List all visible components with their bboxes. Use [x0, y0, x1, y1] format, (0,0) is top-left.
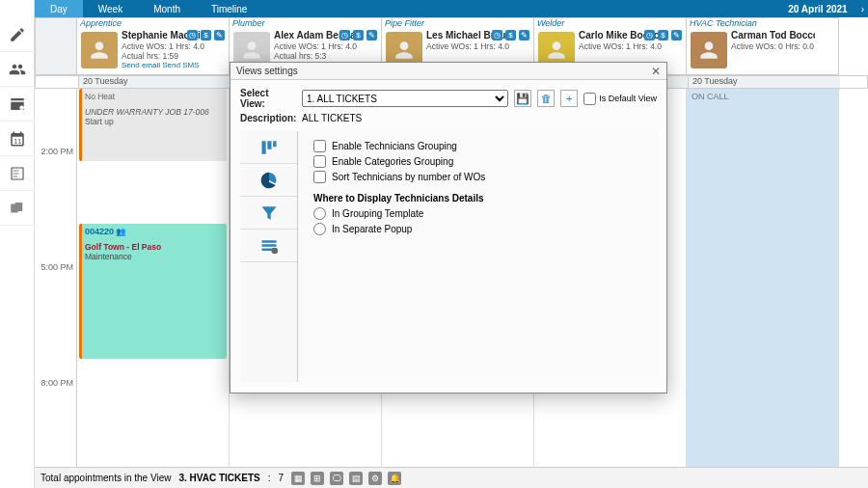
technician-role: Welder — [537, 18, 564, 28]
appointment-issue: No Heat — [85, 92, 224, 101]
rail-cards-icon[interactable] — [0, 191, 35, 226]
tab-filter-icon[interactable] — [240, 197, 297, 230]
date-next-icon[interactable]: › — [857, 4, 868, 14]
technician-stats: Active WOs: 1 Hrs: 4.0 — [426, 41, 509, 51]
display-section-header: Where to Display Technicians Details — [313, 193, 641, 203]
tab-week[interactable]: Week — [83, 0, 138, 17]
avatar — [81, 32, 118, 68]
time-label: 2:00 PM — [35, 147, 77, 156]
select-view-label: Select View: — [240, 88, 296, 109]
svg-point-1 — [271, 247, 278, 254]
footer-tool-icon[interactable]: ▤ — [349, 472, 363, 485]
on-call-label: ON CALL — [689, 89, 732, 104]
status-bar: Total appointments in the View 3. HVAC T… — [35, 467, 868, 488]
tab-columns-icon[interactable] — [240, 131, 297, 164]
opt-label: Enable Categories Grouping — [332, 156, 453, 167]
appointment-number: 004220 — [85, 227, 114, 236]
technician-card[interactable]: HVAC Technician Carman Tod Boccolini Act… — [687, 17, 839, 75]
add-view-icon[interactable]: + — [560, 90, 578, 107]
close-icon[interactable]: ✕ — [651, 65, 661, 78]
tab-timeline[interactable]: Timeline — [196, 0, 262, 17]
footer-tool-icon[interactable]: ⊞ — [311, 472, 324, 485]
rail-people-icon[interactable] — [0, 52, 35, 87]
delete-view-icon[interactable]: 🗑 — [537, 90, 555, 107]
technician-stats: Active WOs: 1 Hrs: 4.0 — [122, 41, 204, 51]
select-view-dropdown[interactable]: 1. ALL TICKETS — [302, 90, 508, 107]
appointment-type: Maintenance — [85, 252, 224, 261]
technician-badges: ◷$✎ — [339, 30, 377, 41]
technician-hours: Actual hrs: 5:3 — [274, 51, 326, 61]
technician-badges: ◷$✎ — [644, 30, 682, 41]
svg-text:11: 11 — [14, 137, 21, 146]
dialog-side-tabs — [240, 131, 298, 382]
rail-calendar-icon[interactable]: 11 — [0, 122, 35, 156]
opt-label: In Separate Popup — [332, 224, 412, 234]
dialog-titlebar: Views settings ✕ — [231, 63, 666, 80]
save-view-icon[interactable]: 💾 — [514, 90, 531, 107]
appointment-card[interactable]: No Heat UNDER WARRANTY JOB 17-006 Start … — [79, 89, 227, 161]
rail-report-icon[interactable] — [0, 156, 35, 191]
description-label: Description: — [240, 113, 296, 123]
time-label: 5:00 PM — [35, 262, 77, 272]
enable-cat-grouping-checkbox[interactable] — [313, 155, 326, 168]
appointment-card[interactable]: 004220 👥 Golf Town - El Paso Maintenance — [79, 224, 227, 359]
display-popup-radio[interactable] — [313, 223, 326, 235]
left-rail: 11 — [0, 0, 35, 488]
tab-month[interactable]: Month — [138, 0, 196, 17]
appointment-note: UNDER WARRANTY JOB 17-006 — [85, 107, 224, 117]
technician-role: HVAC Technician — [690, 18, 757, 28]
description-value: ALL TICKETS — [302, 113, 362, 123]
dialog-title: Views settings — [236, 66, 298, 76]
technician-badges: ◷$✎ — [492, 30, 529, 41]
technician-send-links[interactable]: Send email Send SMS — [122, 61, 200, 69]
technician-stats: Active WOs: 1 Hrs: 4.0 — [579, 41, 662, 51]
rail-edit-icon[interactable] — [0, 17, 35, 52]
day-header: 20 Tuesday — [78, 76, 231, 88]
current-date: 20 April 2021 — [788, 4, 856, 14]
technician-name: Carman Tod Boccolini — [731, 30, 815, 41]
footer-count: 7 — [279, 473, 285, 483]
tab-settings-icon[interactable] — [240, 230, 297, 262]
technician-role: Pipe Fitter — [385, 18, 424, 28]
appointment-customer: Golf Town - El Paso — [85, 242, 224, 252]
avatar — [691, 32, 727, 68]
footer-tool-icon[interactable]: ▦ — [291, 472, 305, 485]
opt-label: In Grouping Template — [332, 208, 423, 219]
display-template-radio[interactable] — [313, 207, 326, 220]
footer-total-label: Total appointments in the View — [41, 473, 171, 483]
schedule-column[interactable]: ON CALL — [687, 89, 839, 467]
time-label: 8:00 PM — [35, 378, 77, 388]
technician-hours: Actual hrs: 1:59 — [122, 51, 178, 61]
view-mode-bar: Day Week Month Timeline 20 April 2021 › — [35, 0, 868, 17]
is-default-view-label: Is Default View — [599, 94, 657, 103]
technician-role: Plumber — [232, 18, 265, 28]
appointment-task: Start up — [85, 117, 224, 126]
technician-stats: Active WOs: 1 Hrs: 4.0 — [274, 41, 357, 51]
is-default-view-checkbox[interactable] — [583, 93, 596, 105]
opt-label: Sort Technicians by number of WOs — [332, 172, 485, 182]
schedule-column[interactable]: No Heat UNDER WARRANTY JOB 17-006 Start … — [77, 89, 230, 467]
footer-tool-icon[interactable]: 🖵 — [330, 472, 343, 485]
technician-stats: Active WOs: 0 Hrs: 0.0 — [731, 41, 814, 51]
day-header: 20 Tuesday — [688, 76, 840, 88]
opt-label: Enable Technicians Grouping — [332, 141, 457, 151]
technician-role: Apprentice — [80, 18, 122, 28]
time-axis: 2:00 PM 5:00 PM 8:00 PM — [35, 89, 77, 467]
footer-view-name: 3. HVAC TICKETS — [178, 473, 259, 483]
technician-badges: ◷$✎ — [187, 30, 225, 41]
footer-tools: ▦ ⊞ 🖵 ▤ ⚙ 🔔 — [291, 472, 401, 485]
technician-card[interactable]: Apprentice Stephanie Macmillan Active WO… — [77, 17, 230, 75]
tab-pie-icon[interactable] — [240, 164, 297, 197]
tab-day[interactable]: Day — [35, 0, 83, 17]
dialog-content-pane: Enable Technicians Grouping Enable Categ… — [298, 131, 657, 382]
bell-icon[interactable]: 🔔 — [388, 472, 401, 485]
sort-by-wo-checkbox[interactable] — [313, 171, 326, 183]
footer-tool-icon[interactable]: ⚙ — [368, 472, 382, 485]
rail-sched-gear-icon[interactable] — [0, 87, 35, 122]
views-settings-dialog: Views settings ✕ Select View: 1. ALL TIC… — [230, 62, 667, 393]
enable-tech-grouping-checkbox[interactable] — [313, 140, 326, 152]
